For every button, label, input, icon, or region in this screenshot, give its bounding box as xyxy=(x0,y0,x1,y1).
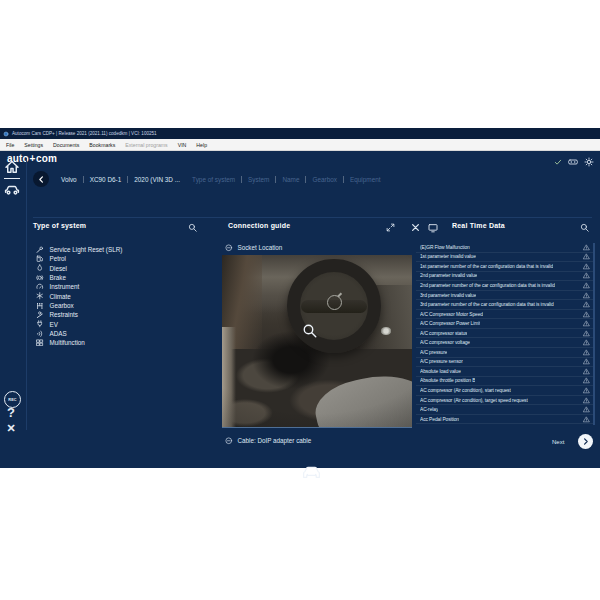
rtd-row[interactable]: A/C Compressor Motor Speed xyxy=(416,310,593,320)
rtd-row[interactable]: A/C pressure sensor xyxy=(416,358,593,368)
connection-guide-title: Connection guide xyxy=(228,222,290,229)
type-of-system-label: Instrument xyxy=(50,283,80,290)
check-icon xyxy=(554,158,562,166)
rtd-row[interactable]: AC-relay xyxy=(416,405,593,415)
vehicles-icon[interactable] xyxy=(3,181,21,197)
type-of-system-item[interactable]: Multifunction xyxy=(34,338,204,347)
climate-icon xyxy=(36,292,44,300)
socket-location-label: Socket Location xyxy=(238,244,283,251)
search-icon[interactable] xyxy=(188,223,197,232)
ev-icon xyxy=(36,320,44,328)
breadcrumb-item[interactable]: Volvo xyxy=(55,176,83,183)
rtd-row[interactable]: Absolute throttle position B xyxy=(416,377,593,387)
type-of-system-item[interactable]: Climate xyxy=(34,291,204,300)
rtd-row[interactable]: AC compressor (Air condition), target sp… xyxy=(416,396,593,406)
menu-item[interactable]: Help xyxy=(196,142,207,148)
menu-item[interactable]: Settings xyxy=(24,142,43,148)
home-icon[interactable] xyxy=(4,159,20,175)
rtd-row-label: Acc Pedal Position xyxy=(420,417,459,422)
rtd-row[interactable]: A/C Compressor Power Limit xyxy=(416,319,593,329)
warning-icon xyxy=(583,272,590,279)
menu-item[interactable]: Documents xyxy=(53,142,79,148)
rtd-row-label: AC-relay xyxy=(420,407,438,412)
vci-device-icon[interactable] xyxy=(568,157,578,167)
rtd-row-label: A/C pressure xyxy=(420,350,447,355)
menu-item[interactable]: File xyxy=(6,142,14,148)
rtd-row-label: A/C compressor voltage xyxy=(420,340,470,345)
type-of-system-label: Petrol xyxy=(50,255,66,262)
type-of-system-item[interactable]: Gearbox xyxy=(34,301,204,310)
breadcrumb-item[interactable]: XC90 D6-1 xyxy=(83,176,128,183)
rtd-row[interactable]: Acc Pedal Position xyxy=(416,415,593,425)
menu-item[interactable]: Bookmarks xyxy=(89,142,115,148)
type-of-system-item[interactable]: Restraints xyxy=(34,310,204,319)
rtd-row[interactable]: A/C compressor voltage xyxy=(416,338,593,348)
rtd-row[interactable]: 1st parameter invalid value xyxy=(416,253,593,263)
close-x-icon[interactable] xyxy=(411,223,420,232)
warning-icon xyxy=(583,282,590,289)
socket-location-row: Socket Location xyxy=(225,244,282,252)
multifunction-icon xyxy=(36,339,44,347)
type-of-system-item[interactable]: Instrument xyxy=(34,282,204,291)
rtd-row-label: AC compressor (Air condition), target sp… xyxy=(420,398,528,403)
help-button[interactable]: ? xyxy=(7,405,15,420)
real-time-data-list: (E)GR Flow Malfunction 1st parameter inv… xyxy=(416,243,593,424)
type-of-system-item[interactable]: ADAS xyxy=(34,329,204,338)
rtd-row[interactable]: A/C pressure xyxy=(416,348,593,358)
instrument-icon xyxy=(36,283,44,291)
petrol-icon xyxy=(36,255,44,263)
rtd-row[interactable]: AC compressor (Air condition), start req… xyxy=(416,386,593,396)
sidebar-divider xyxy=(26,158,27,430)
type-of-system-item[interactable]: Diesel xyxy=(34,264,204,273)
gear-icon[interactable] xyxy=(584,157,594,167)
rtd-row[interactable]: A/C compressor status xyxy=(416,329,593,339)
rtd-row[interactable]: (E)GR Flow Malfunction xyxy=(416,243,593,253)
rtd-row-label: A/C Compressor Motor Speed xyxy=(420,312,483,317)
car-front-icon xyxy=(301,463,322,480)
type-of-system-item[interactable]: EV xyxy=(34,319,204,328)
breadcrumb-item[interactable]: 2020 (VIN 3D ... xyxy=(127,176,186,183)
rtd-row[interactable]: Absolute load value xyxy=(416,367,593,377)
search-icon-rtd[interactable] xyxy=(580,223,589,232)
type-of-system-item[interactable]: Brake xyxy=(34,273,204,282)
rtd-scrollbar[interactable] xyxy=(593,243,595,425)
type-of-system-label: EV xyxy=(50,321,58,328)
rtd-row-label: A/C Compressor Power Limit xyxy=(420,321,480,326)
window-title: Autocom Cars CDP+ | Release 2021 (2021.1… xyxy=(12,131,157,136)
rtd-row-label: 2nd parameter invalid value xyxy=(420,273,477,278)
warning-icon xyxy=(583,311,590,318)
warning-icon xyxy=(583,320,590,327)
type-of-system-label: Climate xyxy=(50,293,71,300)
restraints-icon xyxy=(36,311,44,319)
real-time-data-title: Real Time Data xyxy=(452,222,505,229)
menu-item[interactable]: VIN xyxy=(178,142,187,148)
screenshot-stage: { "window": { "title": "Autocom Cars CDP… xyxy=(0,0,600,600)
warning-icon xyxy=(583,358,590,365)
warning-icon xyxy=(583,368,590,375)
type-of-system-item[interactable]: Service Light Reset (SLR) xyxy=(34,245,204,254)
next-button[interactable] xyxy=(578,434,593,449)
warning-icon xyxy=(583,263,590,270)
adas-icon xyxy=(36,330,44,338)
exit-button[interactable]: ✕ xyxy=(7,422,16,435)
next-label: Next xyxy=(552,439,564,445)
warning-icon xyxy=(583,416,590,423)
type-of-system-label: Service Light Reset (SLR) xyxy=(50,246,123,253)
rtd-row[interactable]: 2nd parameter invalid value xyxy=(416,272,593,282)
header-divider xyxy=(33,217,592,218)
rtd-row[interactable]: 2nd parameter number of the car configur… xyxy=(416,281,593,291)
expand-icon[interactable] xyxy=(386,223,395,232)
magnifier-overlay-icon[interactable] xyxy=(302,323,317,338)
menu-bar: FileSettingsDocumentsBookmarksExternal p… xyxy=(0,139,600,151)
rtd-row[interactable]: 1st parameter number of the car configur… xyxy=(416,262,593,272)
warning-icon xyxy=(583,253,590,260)
monitor-icon[interactable] xyxy=(428,223,438,233)
rtd-row[interactable]: 3rd parameter invalid value xyxy=(416,291,593,301)
back-button[interactable] xyxy=(33,171,49,187)
breadcrumb: VolvoXC90 D6-12020 (VIN 3D ... Type of s… xyxy=(55,172,387,186)
breadcrumb-item-disabled: Equipment xyxy=(343,176,387,183)
type-of-system-item[interactable]: Petrol xyxy=(34,254,204,263)
photo-vignette xyxy=(222,255,412,427)
rtd-row[interactable]: 3rd parameter number of the car configur… xyxy=(416,300,593,310)
type-of-system-label: ADAS xyxy=(50,330,67,337)
